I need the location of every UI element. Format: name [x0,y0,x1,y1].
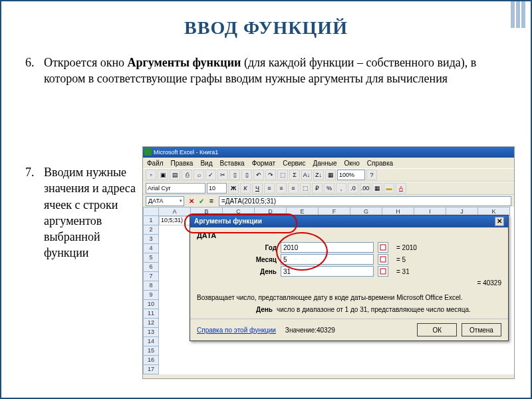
chart-icon[interactable]: ▦ [325,170,336,180]
menu-insert[interactable]: Вставка [219,160,244,167]
day-input[interactable]: 31 [281,266,374,277]
svg-rect-2 [380,269,386,274]
svg-rect-0 [380,245,386,250]
excel-screenshot: Microsoft Excel - Книга1 Файл Правка Вид… [142,146,515,379]
dialog-title-text: Аргументы функции [194,215,262,227]
calc-result: = 40329 [197,279,501,287]
menu-help[interactable]: Справка [367,160,393,167]
item-number: 6. [25,55,44,87]
row-header[interactable]: 5 [143,253,159,263]
ref-selector-icon[interactable] [378,254,388,265]
select-all-corner[interactable] [143,207,159,216]
col-header[interactable]: A [159,207,191,216]
help-link[interactable]: Справка по этой функции [197,327,276,334]
row-header[interactable]: 16 [143,356,159,365]
hyperlink-icon[interactable]: ⬚ [277,170,288,180]
month-input[interactable]: 5 [281,254,374,265]
row-header[interactable]: 12 [143,319,159,328]
sort-desc-icon[interactable]: Z↓ [313,170,324,180]
percent-icon[interactable]: % [324,183,334,194]
row-header[interactable]: 7 [143,272,159,281]
open-icon[interactable]: ▣ [158,170,168,180]
menu-tools[interactable]: Сервис [283,160,305,167]
decrease-decimal-icon[interactable]: .00 [360,183,370,194]
bold-icon[interactable]: Ж [228,183,239,194]
increase-decimal-icon[interactable]: .0 [348,183,358,194]
name-box[interactable]: ДАТА [146,196,184,206]
row-header[interactable]: 4 [143,244,159,253]
field-day: День 31 = 31 [197,266,501,277]
year-input[interactable]: 2010 [281,242,374,253]
menu-file[interactable]: Файл [147,160,164,167]
redo-icon[interactable]: ↷ [265,170,276,180]
fx-icon[interactable]: = [207,196,216,205]
formula-input[interactable]: =ДАТА(2010;5;31) [219,196,511,206]
slide: ВВОД ФУНКЦИЙ 6. Откроется окно Аргументы… [0,0,532,399]
copy-icon[interactable]: ▯ [229,170,240,180]
list-item-6: 6. Откроется окно Аргументы функции (для… [25,55,507,87]
row-header[interactable]: 6 [143,263,159,272]
menu-view[interactable]: Вид [200,160,212,167]
sort-asc-icon[interactable]: A↓ [301,170,312,180]
row-header[interactable]: 2 [143,225,159,235]
row-header[interactable]: 14 [143,337,159,346]
fill-color-icon[interactable]: ▬ [384,183,394,194]
paste-icon[interactable]: ▯ [241,170,252,180]
row-header[interactable]: 15 [143,346,159,356]
print-icon[interactable]: ⎙ [182,170,192,180]
cell-a1[interactable]: 10;5;31) [159,216,191,225]
cancel-formula-icon[interactable]: ✕ [187,196,196,205]
fontsize-select[interactable]: 10 [207,183,227,194]
ok-button[interactable]: ОК [417,323,457,336]
param-description: День число в диапазоне от 1 до 31, предс… [197,306,501,313]
ref-selector-icon[interactable] [378,242,388,253]
row-header[interactable]: 17 [143,365,159,374]
preview-icon[interactable]: ⌕ [194,170,204,180]
menu-edit[interactable]: Правка [171,160,194,167]
row-header[interactable]: 9 [143,291,159,300]
new-icon[interactable]: ▫ [146,170,156,180]
spellcheck-icon[interactable]: ✓ [205,170,216,180]
comma-icon[interactable]: , [336,183,346,194]
function-description: Возвращает число, представляющее дату в … [197,293,501,302]
menu-data[interactable]: Данные [313,160,336,167]
font-select[interactable]: Arial Cyr [146,183,205,194]
item-number: 7. [25,164,44,261]
save-icon[interactable]: ▤ [170,170,180,180]
undo-icon[interactable]: ↶ [253,170,264,180]
merge-icon[interactable]: ⬚ [300,183,311,194]
ref-selector-icon[interactable] [378,266,388,277]
italic-icon[interactable]: К [240,183,251,194]
field-label: Год [197,244,277,251]
menu-window[interactable]: Окно [344,160,360,167]
autosum-icon[interactable]: Σ [289,170,300,180]
row-header[interactable]: 1 [143,216,159,225]
row-header[interactable]: 10 [143,300,159,309]
item-text: Вводим нужные значения и адреса ячеек с … [44,164,138,261]
menu-format[interactable]: Формат [252,160,276,167]
align-center-icon[interactable]: ≡ [276,183,287,194]
cancel-button[interactable]: Отмена [462,323,501,336]
row-header[interactable]: 13 [143,328,159,337]
font-color-icon[interactable]: A [396,183,406,194]
function-arguments-dialog: Аргументы функции ✕ ДАТА Год 2010 = 2010… [190,215,509,341]
borders-icon[interactable]: ▦ [372,183,382,194]
field-month: Месяц 5 = 5 [197,254,501,265]
currency-icon[interactable]: ₽ [312,183,323,194]
align-right-icon[interactable]: ≡ [288,183,299,194]
field-year: Год 2010 = 2010 [197,242,501,253]
svg-rect-1 [380,257,386,262]
accept-formula-icon[interactable]: ✓ [197,196,206,205]
help-icon[interactable]: ? [366,170,377,180]
zoom-select[interactable]: 100% [337,170,365,180]
field-result: = 5 [396,256,406,263]
row-header[interactable]: 11 [143,309,159,319]
underline-icon[interactable]: Ч [252,183,263,194]
row-header[interactable]: 3 [143,235,159,244]
row-header[interactable]: 8 [143,281,159,291]
cut-icon[interactable]: ✂ [217,170,228,180]
value-label: Значение:40329 [285,327,335,334]
dialog-titlebar[interactable]: Аргументы функции ✕ [190,215,508,227]
align-left-icon[interactable]: ≡ [264,183,275,194]
close-icon[interactable]: ✕ [495,217,504,226]
